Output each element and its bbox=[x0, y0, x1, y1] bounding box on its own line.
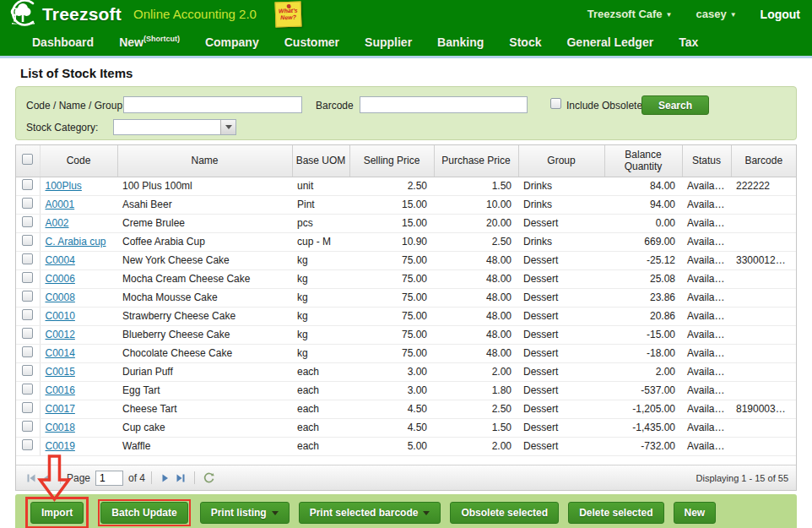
row-checkbox[interactable] bbox=[22, 198, 33, 209]
column-header-base-uom[interactable]: Base UOM bbox=[292, 145, 349, 177]
column-header-selling-price[interactable]: Selling Price bbox=[349, 145, 434, 177]
cell-group: Dessert bbox=[518, 418, 604, 437]
stock-code-link[interactable]: C0017 bbox=[46, 403, 75, 415]
row-checkbox[interactable] bbox=[22, 402, 33, 413]
cell-balance: 23.86 bbox=[604, 288, 682, 307]
column-header-group[interactable]: Group bbox=[518, 145, 604, 177]
batch-update-button[interactable]: Batch Update bbox=[100, 502, 187, 524]
page-label: Page bbox=[67, 472, 90, 484]
nav-item-company[interactable]: Company bbox=[205, 35, 259, 49]
annotation-highlight-box: Import bbox=[25, 497, 89, 528]
nav-item-customer[interactable]: Customer bbox=[284, 35, 339, 49]
stock-code-link[interactable]: A002 bbox=[46, 217, 69, 229]
user-name: casey bbox=[696, 8, 727, 20]
stock-code-link[interactable]: A0001 bbox=[46, 199, 75, 210]
nav-item-general-ledger[interactable]: General Ledger bbox=[566, 35, 653, 49]
row-checkbox[interactable] bbox=[22, 328, 33, 339]
cell-name: Mocha Cream Cheese Cake bbox=[117, 269, 292, 288]
nav-item-dashboard[interactable]: Dashboard bbox=[32, 35, 94, 49]
cell-selling: 4.50 bbox=[349, 400, 434, 418]
stock-code-link[interactable]: 100Plus bbox=[46, 180, 82, 192]
include-obsolete-checkbox[interactable] bbox=[550, 98, 561, 109]
column-header-status[interactable]: Status bbox=[682, 145, 731, 177]
row-checkbox[interactable] bbox=[22, 179, 33, 190]
cell-balance: -25.12 bbox=[604, 251, 682, 269]
nav-item-tax[interactable]: Tax bbox=[679, 35, 698, 49]
cell-name: Blueberry Cheese Cake bbox=[117, 325, 292, 344]
row-checkbox[interactable] bbox=[22, 346, 33, 357]
stock-code-link[interactable]: C0019 bbox=[46, 440, 75, 452]
stock-code-link[interactable]: C0010 bbox=[46, 310, 75, 322]
cell-code: C0008 bbox=[40, 288, 117, 307]
search-button[interactable]: Search bbox=[641, 95, 709, 115]
page-count-label: of 4 bbox=[128, 472, 145, 484]
row-checkbox[interactable] bbox=[22, 216, 33, 227]
column-header-code[interactable]: Code bbox=[40, 145, 117, 177]
last-page-icon[interactable] bbox=[173, 471, 188, 486]
stock-code-link[interactable]: C0012 bbox=[46, 329, 75, 340]
cell-uom: pcs bbox=[292, 214, 349, 232]
obsolete-selected-button[interactable]: Obsolete selected bbox=[450, 502, 559, 524]
stock-code-link[interactable]: C. Arabia cup bbox=[46, 236, 106, 248]
row-checkbox[interactable] bbox=[22, 253, 33, 264]
stock-code-link[interactable]: C0016 bbox=[46, 384, 75, 396]
code-name-group-input[interactable] bbox=[123, 96, 302, 113]
row-checkbox[interactable] bbox=[22, 421, 33, 432]
stock-code-link[interactable]: C0004 bbox=[46, 254, 75, 266]
cell-group: Dessert bbox=[518, 437, 604, 455]
pager-separator bbox=[151, 471, 152, 484]
stock-code-link[interactable]: C0006 bbox=[46, 273, 75, 285]
print-selected-barcode-button[interactable]: Print selected barcode bbox=[299, 502, 441, 524]
stock-code-link[interactable]: C0014 bbox=[46, 347, 75, 359]
whats-new-note-icon[interactable]: What's New? bbox=[274, 1, 301, 27]
nav-item-new[interactable]: New(Shortcut) bbox=[119, 35, 180, 49]
cell-name: 100 Plus 100ml bbox=[117, 177, 292, 195]
pager-bar: Page of 4 Displaying 1 - 15 of 55 bbox=[16, 465, 796, 490]
row-checkbox[interactable] bbox=[22, 235, 33, 246]
cell-group: Dessert bbox=[518, 344, 604, 362]
delete-selected-button[interactable]: Delete selected bbox=[568, 502, 663, 524]
first-page-icon[interactable] bbox=[24, 471, 39, 486]
next-page-icon[interactable] bbox=[158, 471, 173, 486]
cell-uom: unit bbox=[292, 177, 349, 195]
row-checkbox[interactable] bbox=[22, 309, 33, 320]
stock-code-link[interactable]: C0018 bbox=[46, 422, 75, 433]
user-menu[interactable]: casey▼ bbox=[696, 8, 737, 20]
page-number-input[interactable] bbox=[95, 471, 123, 486]
nav-item-supplier[interactable]: Supplier bbox=[365, 35, 412, 49]
top-bar: Treezsoft Online Accounting 2.0 What's N… bbox=[0, 0, 812, 28]
select-all-cell bbox=[16, 145, 40, 177]
logout-link[interactable]: Logout bbox=[761, 8, 800, 21]
cell-barcode: 33000120085... bbox=[731, 251, 796, 269]
row-checkbox[interactable] bbox=[22, 384, 33, 395]
row-checkbox[interactable] bbox=[22, 291, 33, 302]
column-header-name[interactable]: Name bbox=[117, 145, 292, 177]
prev-page-icon[interactable] bbox=[39, 471, 54, 486]
brand[interactable]: Treezsoft bbox=[7, 0, 122, 30]
row-checkbox[interactable] bbox=[22, 439, 33, 450]
cell-balance: 20.86 bbox=[604, 307, 682, 325]
stock-code-link[interactable]: C0015 bbox=[46, 366, 75, 378]
select-caret-button[interactable] bbox=[220, 120, 235, 134]
cell-barcode bbox=[731, 269, 796, 288]
new-button[interactable]: New bbox=[674, 502, 717, 524]
row-checkbox[interactable] bbox=[22, 272, 33, 283]
cell-selling: 3.00 bbox=[349, 381, 434, 400]
refresh-icon[interactable] bbox=[201, 471, 216, 486]
row-checkbox[interactable] bbox=[22, 365, 33, 376]
row-checkbox-cell bbox=[16, 214, 40, 232]
stock-code-link[interactable]: C0008 bbox=[46, 291, 75, 303]
select-all-checkbox[interactable] bbox=[22, 154, 33, 165]
company-menu[interactable]: Treezsoft Cafe▼ bbox=[587, 8, 673, 20]
cell-balance: 2.00 bbox=[604, 362, 682, 381]
barcode-input[interactable] bbox=[360, 96, 528, 113]
print-listing-button[interactable]: Print listing bbox=[200, 502, 290, 524]
column-header-barcode[interactable]: Barcode bbox=[731, 145, 796, 177]
stock-category-select[interactable] bbox=[113, 119, 236, 135]
column-header-balance-quantity[interactable]: Balance Quantity bbox=[604, 145, 682, 177]
nav-item-banking[interactable]: Banking bbox=[437, 35, 484, 49]
column-header-purchase-price[interactable]: Purchase Price bbox=[434, 145, 518, 177]
import-button[interactable]: Import bbox=[30, 502, 84, 524]
nav-item-stock[interactable]: Stock bbox=[509, 35, 541, 49]
cell-purchase: 48.00 bbox=[434, 288, 518, 307]
